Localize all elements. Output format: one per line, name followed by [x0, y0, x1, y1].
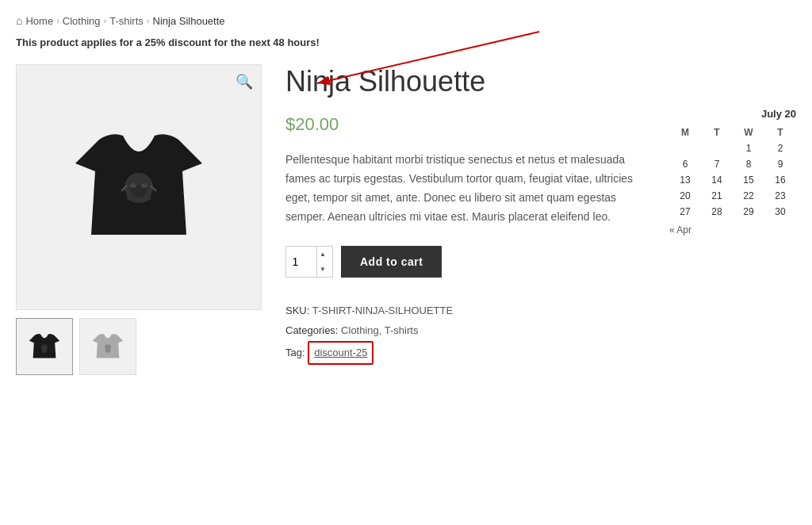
calendar-row: 13141516 [669, 172, 796, 188]
breadcrumb-tshirts[interactable]: T-shirts [109, 15, 144, 27]
quantity-wrapper: ▲ ▼ [285, 246, 333, 278]
calendar-nav: « Apr [669, 224, 796, 236]
calendar-cell: 9 [764, 156, 796, 172]
breadcrumb-sep-3: › [147, 16, 150, 25]
calendar-cell: 7 [701, 156, 733, 172]
calendar-cell: 30 [764, 204, 796, 220]
sidebar: July 20 M T W T 126789131415162021222327… [669, 36, 796, 375]
calendar-prev-link[interactable]: « Apr [669, 224, 691, 236]
product-info: Ninja Silhouette $20.00 Pellentesque hab… [285, 64, 653, 375]
calendar-table: M T W T 126789131415162021222327282930 [669, 125, 796, 220]
discount-banner-text: This product applies for a 25% discount … [16, 36, 320, 48]
calendar-cell: 28 [701, 204, 733, 220]
cal-header-t1: T [701, 125, 733, 140]
calendar-cell: 16 [764, 172, 796, 188]
calendar-cell: 22 [733, 188, 764, 204]
calendar-cell: 15 [733, 172, 764, 188]
breadcrumb-clothing[interactable]: Clothing [63, 15, 101, 27]
product-title: Ninja Silhouette [285, 64, 653, 98]
thumbnail-gray[interactable] [79, 318, 136, 375]
calendar-cell: 1 [733, 140, 764, 156]
zoom-icon[interactable]: 🔍 [236, 73, 253, 90]
cal-header-m: M [669, 125, 701, 140]
breadcrumb-sep-2: › [104, 16, 107, 25]
thumb-svg-gray [89, 328, 127, 366]
product-description: Pellentesque habitant morbi tristique se… [285, 151, 653, 226]
sku-row: SKU: T-SHIRT-NINJA-SILHOUETTE [285, 301, 653, 321]
add-to-cart-row: ▲ ▼ Add to cart [285, 246, 653, 278]
cal-header-w: W [733, 125, 764, 140]
home-icon: ⌂ [16, 14, 22, 27]
qty-down-button[interactable]: ▼ [317, 262, 328, 277]
sku-label: SKU: [285, 305, 309, 316]
category-clothing-link[interactable]: Clothing [341, 324, 379, 336]
calendar-row: 20212223 [669, 188, 796, 204]
calendar-cell: 2 [764, 140, 796, 156]
cal-header-t2: T [764, 125, 796, 140]
sku-value: T-SHIRT-NINJA-SILHOUETTE [312, 305, 453, 316]
breadcrumb-sep-1: › [56, 16, 59, 25]
calendar-cell: 21 [701, 188, 733, 204]
categories-row: Categories: Clothing, T-shirts [285, 321, 653, 341]
svg-point-3 [130, 183, 136, 188]
thumb-svg-black [25, 328, 63, 366]
calendar-row: 12 [669, 140, 796, 156]
tag-link[interactable]: discount-25 [314, 347, 367, 358]
main-product-image: 🔍 [16, 64, 262, 310]
calendar-header-row: M T W T [669, 125, 796, 140]
calendar-cell: 23 [764, 188, 796, 204]
calendar-row: 27282930 [669, 204, 796, 220]
product-images: 🔍 [16, 64, 262, 375]
calendar-row: 6789 [669, 156, 796, 172]
calendar-cell [669, 140, 701, 156]
svg-point-4 [141, 183, 147, 188]
breadcrumb: ⌂ Home › Clothing › T-shirts › Ninja Sil… [16, 8, 796, 36]
calendar-cell: 14 [701, 172, 733, 188]
tag-label: Tag: [285, 347, 305, 358]
calendar-cell [701, 140, 733, 156]
calendar-cell: 13 [669, 172, 701, 188]
product-price: $20.00 [285, 114, 653, 135]
qty-up-button[interactable]: ▲ [317, 247, 328, 262]
qty-arrows: ▲ ▼ [316, 247, 328, 277]
calendar-title: July 20 [669, 108, 796, 120]
categories-label: Categories: [285, 324, 338, 336]
breadcrumb-home[interactable]: Home [25, 15, 53, 27]
quantity-input[interactable] [286, 247, 316, 277]
category-tshirts-link[interactable]: T-shirts [385, 324, 419, 336]
product-meta: SKU: T-SHIRT-NINJA-SILHOUETTE Categories… [285, 301, 653, 365]
calendar-cell: 29 [733, 204, 764, 220]
breadcrumb-current: Ninja Silhouette [153, 15, 225, 27]
thumbnail-row [16, 318, 262, 375]
tag-row: Tag: discount-25 [285, 341, 653, 366]
calendar-cell: 27 [669, 204, 701, 220]
tag-box: discount-25 [308, 341, 373, 366]
calendar-cell: 8 [733, 156, 764, 172]
thumbnail-black[interactable] [16, 318, 73, 375]
calendar-cell: 20 [669, 188, 701, 204]
calendar-cell: 6 [669, 156, 701, 172]
add-to-cart-button[interactable]: Add to cart [341, 246, 442, 278]
discount-banner: This product applies for a 25% discount … [16, 36, 653, 48]
tshirt-svg-main [59, 108, 218, 266]
